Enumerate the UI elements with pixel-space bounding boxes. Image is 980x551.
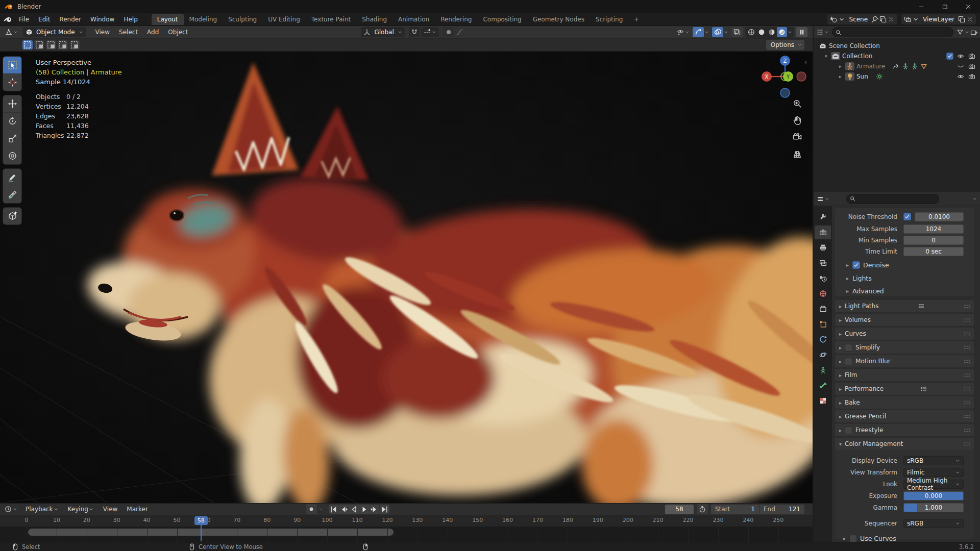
- properties-tab-render[interactable]: [815, 226, 831, 239]
- section-curves[interactable]: ▸Curves: [835, 328, 974, 340]
- collapse-caret-icon[interactable]: ▸: [839, 74, 845, 79]
- camera-toggle-icon[interactable]: [968, 72, 976, 81]
- playback-last-button[interactable]: [380, 505, 389, 514]
- timeline-editor-icon[interactable]: [4, 505, 12, 513]
- tool-scale[interactable]: [3, 130, 21, 147]
- auto-keying-button[interactable]: [306, 504, 317, 514]
- select-mode-subtract[interactable]: [46, 40, 56, 49]
- workspace-tab-modeling[interactable]: Modeling: [184, 14, 223, 25]
- select-mode-set[interactable]: [22, 40, 33, 49]
- time-limit-field[interactable]: 0 sec: [903, 247, 964, 256]
- menu-render[interactable]: Render: [55, 14, 86, 24]
- outliner-row-collection[interactable]: ▾Collection: [814, 51, 980, 61]
- timeline-menu-marker[interactable]: Marker: [122, 504, 152, 514]
- sequencer-dropdown[interactable]: sRGB: [903, 519, 964, 528]
- playback-prevkf-button[interactable]: [339, 505, 349, 514]
- timeline-ruler[interactable]: 0102030405060708090100110120130140150160…: [0, 515, 813, 527]
- drag-grip-icon[interactable]: [964, 318, 970, 322]
- gizmo-axis-neg-x[interactable]: [797, 72, 806, 81]
- viewport-menu-object[interactable]: Object: [163, 27, 192, 37]
- tool-annotate[interactable]: [3, 169, 21, 186]
- tool-transform[interactable]: [3, 147, 21, 164]
- chevron-down-icon[interactable]: [972, 195, 977, 203]
- gizmos-toggle[interactable]: [693, 27, 709, 37]
- show-gizmo-dropdown[interactable]: [676, 28, 690, 36]
- grid-persp-icon[interactable]: [792, 149, 802, 159]
- tool-cursor[interactable]: [3, 74, 21, 91]
- select-mode-extend[interactable]: [34, 40, 44, 49]
- drag-grip-icon[interactable]: [964, 442, 970, 446]
- workspace-tab-uv-editing[interactable]: UV Editing: [262, 14, 306, 25]
- new-layer-icon[interactable]: [958, 15, 966, 23]
- properties-tab-collection[interactable]: [815, 302, 831, 316]
- properties-tab-bone[interactable]: [815, 379, 831, 392]
- drag-grip-icon[interactable]: [964, 373, 970, 378]
- eye-toggle-icon[interactable]: [957, 72, 965, 81]
- region-collapse-arrow[interactable]: ‹: [804, 59, 807, 66]
- timeline-track[interactable]: [0, 527, 813, 542]
- timeline-menu-keying[interactable]: Keying: [63, 504, 99, 515]
- overlays-toggle[interactable]: [712, 27, 729, 37]
- drag-grip-icon[interactable]: [964, 332, 970, 336]
- add-workspace-button[interactable]: +: [628, 14, 645, 25]
- properties-tab-physics[interactable]: [815, 333, 831, 346]
- subpanel-denoise[interactable]: ▸Denoise: [846, 261, 889, 269]
- proportional-editing-toggle[interactable]: [443, 27, 454, 37]
- menu-help[interactable]: Help: [119, 14, 142, 24]
- properties-search-input[interactable]: [846, 194, 939, 204]
- section-simplify[interactable]: ▸Simplify: [835, 341, 974, 354]
- tool-add-cube[interactable]: [3, 208, 21, 224]
- section-color-management[interactable]: ▾Color Management: [835, 438, 974, 450]
- shading-rendered-button[interactable]: [777, 27, 787, 37]
- current-frame-field[interactable]: 58: [665, 505, 694, 514]
- section-bake[interactable]: ▸Bake: [835, 396, 974, 409]
- blender-menu-logo-icon[interactable]: [4, 15, 12, 23]
- section-light-paths[interactable]: ▸Light Paths: [835, 300, 974, 312]
- menu-file[interactable]: File: [14, 14, 34, 24]
- render-checkbox[interactable]: [946, 53, 953, 60]
- gamma-slider[interactable]: 1.000: [903, 503, 964, 512]
- frame-end-field[interactable]: End 121: [760, 505, 804, 514]
- camera-toggle-icon[interactable]: [968, 52, 976, 60]
- tool-move[interactable]: [3, 95, 21, 113]
- timeline-scrollbar[interactable]: [28, 529, 394, 536]
- playhead-label[interactable]: 58: [194, 516, 208, 525]
- pan-hand-icon[interactable]: [792, 115, 802, 126]
- section-volumes[interactable]: ▸Volumes: [835, 314, 974, 326]
- drag-grip-icon[interactable]: [964, 304, 970, 309]
- scene-selector[interactable]: Scene: [827, 14, 897, 24]
- workspace-tab-geometry-nodes[interactable]: Geometry Nodes: [527, 14, 590, 25]
- freestyle-checkbox[interactable]: [845, 427, 852, 434]
- section-motion-blur[interactable]: ▸Motion Blur: [835, 355, 974, 367]
- min-samples-field[interactable]: 0: [903, 236, 964, 245]
- eye-closed-toggle-icon[interactable]: [957, 62, 965, 70]
- properties-tab-world[interactable]: [815, 287, 831, 300]
- outliner-editor-icon[interactable]: [816, 28, 824, 36]
- shading-wireframe-button[interactable]: [746, 27, 756, 37]
- playback-play-button[interactable]: [359, 505, 369, 514]
- viewlayer-selector[interactable]: ViewLayer: [901, 14, 976, 24]
- denoise-checkbox[interactable]: [852, 261, 860, 269]
- workspace-tab-rendering[interactable]: Rendering: [435, 14, 477, 25]
- properties-tab-texture[interactable]: [815, 394, 831, 408]
- tool-rotate[interactable]: [3, 113, 21, 130]
- chevron-down-icon[interactable]: [824, 195, 830, 203]
- chevron-down-icon[interactable]: [12, 505, 18, 513]
- tool-measure[interactable]: [3, 186, 21, 203]
- outliner-search-input[interactable]: [832, 27, 953, 37]
- playback-nextkf-button[interactable]: [370, 505, 379, 514]
- editor-type-button[interactable]: [2, 27, 21, 37]
- preset-list-icon[interactable]: [917, 302, 925, 310]
- outliner-row-scene-collection[interactable]: Scene Collection: [814, 41, 980, 51]
- workspace-tab-layout[interactable]: Layout: [152, 14, 184, 25]
- viewlayer-name[interactable]: ViewLayer: [920, 16, 958, 23]
- properties-editor-icon[interactable]: [816, 195, 824, 203]
- properties-tab-viewlayer[interactable]: [815, 256, 831, 270]
- display-device-dropdown[interactable]: sRGB: [903, 456, 964, 465]
- properties-tab-output[interactable]: [815, 241, 831, 255]
- camera-toggle-icon[interactable]: [968, 62, 976, 70]
- properties-tab-data[interactable]: [815, 363, 831, 377]
- new-scene-icon[interactable]: [879, 15, 887, 23]
- properties-tab-tool[interactable]: [815, 210, 831, 224]
- view-transform-dropdown[interactable]: Filmic: [903, 468, 964, 477]
